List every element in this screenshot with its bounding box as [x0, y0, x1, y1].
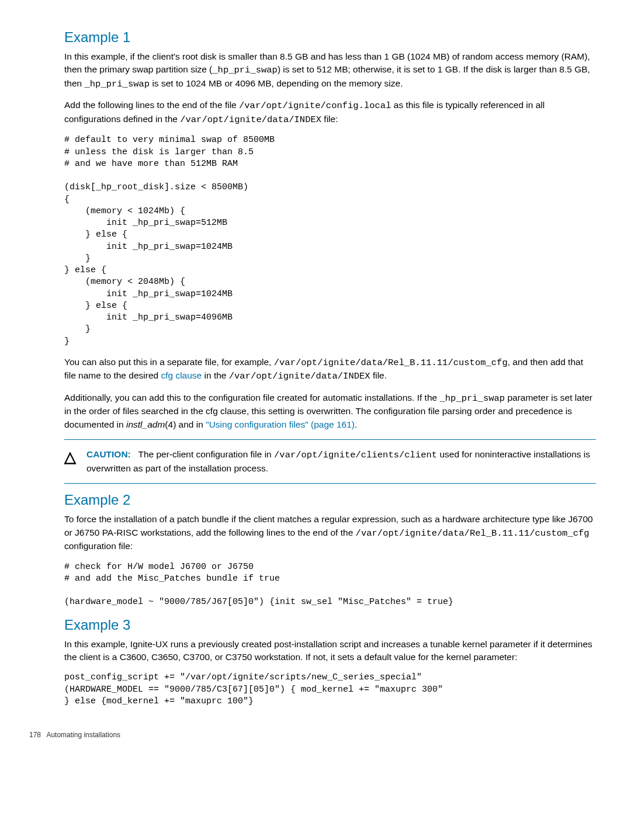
text: The per-client configuration file in [138, 449, 274, 459]
footer-section: Automating installations [46, 731, 120, 739]
divider [64, 439, 596, 440]
text: in the [202, 370, 229, 380]
inline-code: /var/opt/ignite/clients/client [274, 450, 437, 460]
text: file. [370, 370, 387, 380]
text: (4) and in [165, 419, 206, 429]
example1-para4: Additionally, you can add this to the co… [64, 391, 596, 431]
text: configuration file: [64, 541, 133, 551]
inline-code: _hp_pri_swap [212, 65, 278, 75]
example2-heading: Example 2 [64, 492, 596, 508]
text: is set to 1024 MB or 4096 MB, depending … [150, 78, 403, 88]
page-footer: 178 Automating installations [29, 731, 596, 739]
example3-para1: In this example, Ignite-UX runs a previo… [64, 638, 596, 664]
example1-codeblock: # default to very minimal swap of 8500MB… [64, 134, 596, 348]
text: You can also put this in a separate file… [64, 357, 274, 367]
caution-block: △ CAUTION: The per-client configuration … [64, 448, 596, 475]
manpage-ref: instl_adm [126, 419, 165, 429]
example2-codeblock: # check for H/W model J6700 or J6750 # a… [64, 561, 596, 609]
example3-heading: Example 3 [64, 617, 596, 633]
caution-label: CAUTION: [86, 449, 131, 459]
example1-heading: Example 1 [64, 29, 596, 46]
example2-para1: To force the installation of a patch bun… [64, 513, 596, 553]
caution-text: CAUTION: The per-client configuration fi… [86, 448, 596, 475]
divider [64, 483, 596, 484]
inline-code: /var/opt/ignite/data/INDEX [229, 371, 370, 381]
text: file: [321, 114, 338, 124]
inline-code: _hp_pri_swap [84, 79, 150, 89]
page-ref-link[interactable]: "Using configuration files" (page 161) [206, 419, 355, 429]
text: Additionally, you can add this to the co… [64, 393, 439, 402]
inline-code: /var/opt/ignite/config.local [239, 100, 391, 111]
text: . [355, 419, 357, 429]
inline-code: _hp_pri_swap [439, 393, 505, 404]
page-number: 178 [29, 731, 41, 739]
caution-icon: △ [64, 449, 76, 464]
example3-codeblock: post_config_script += "/var/opt/ignite/s… [64, 672, 596, 707]
example1-para3: You can also put this in a separate file… [64, 356, 596, 383]
inline-code: /var/opt/ignite/data/Rel_B.11.11/custom_… [274, 357, 508, 368]
example1-para2: Add the following lines to the end of th… [64, 99, 596, 126]
inline-code: /var/opt/ignite/data/INDEX [180, 114, 321, 125]
inline-code: /var/opt/ignite/data/Rel_B.11.11/custom_… [356, 528, 590, 539]
cfg-clause-link[interactable]: cfg clause [161, 370, 202, 380]
page-content: Example 1 In this example, if the client… [0, 0, 631, 756]
example1-para1: In this example, if the client's root di… [64, 50, 596, 91]
text: Add the following lines to the end of th… [64, 100, 239, 110]
